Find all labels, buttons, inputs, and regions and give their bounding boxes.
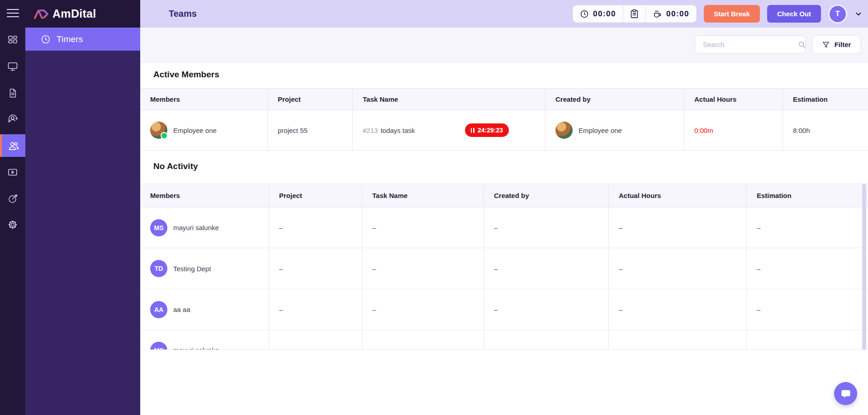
task-name-cell: – (362, 330, 484, 350)
estimation-cell: – (747, 248, 868, 289)
toolbar: Filter (140, 28, 868, 62)
work-timer-value: 00:00 (593, 9, 616, 19)
documents-icon[interactable] (0, 82, 25, 104)
section-title-active-members: Active Members (153, 70, 219, 80)
funnel-icon (822, 41, 830, 49)
coffee-icon (653, 9, 662, 19)
brand-name: AmDital (52, 7, 96, 20)
created-by-cell: – (484, 208, 609, 248)
timer-value: 24:29:23 (478, 127, 503, 134)
task-name-cell: – (362, 248, 484, 289)
active-members-header-row: Members Project Task Name Created by Act… (140, 88, 868, 110)
column-header: Members (140, 88, 268, 110)
estimation-cell: – (747, 330, 868, 350)
actual-hours-cell: – (609, 330, 747, 350)
table-row[interactable]: AAaa aa – – – – – (140, 289, 868, 330)
table-row[interactable]: MSmayuri salunke – – – – – (140, 330, 868, 350)
filter-button[interactable]: Filter (812, 35, 861, 54)
column-header: Estimation (783, 88, 868, 110)
search-box (695, 35, 806, 54)
page-header: Teams 00:00 00:00 Start Break Check Out … (140, 0, 868, 28)
dashboard-icon[interactable] (0, 29, 25, 52)
estimation-cell: – (747, 208, 868, 248)
secondary-sidebar: Timers (25, 0, 140, 415)
task-name-cell: – (362, 208, 484, 248)
task-name-cell: #213todays task (363, 127, 415, 134)
app-root: Timers (0, 0, 868, 415)
clock-icon (580, 9, 589, 19)
hamburger-menu-icon[interactable] (7, 9, 19, 19)
timer-pill: 00:00 00:00 (573, 5, 697, 23)
column-header: Estimation (747, 184, 868, 208)
teams-icon-active[interactable] (0, 134, 25, 157)
chevron-down-icon[interactable] (854, 10, 863, 18)
project-cell: – (269, 248, 362, 289)
creator-photo-avatar (555, 122, 573, 139)
column-header: Task Name (362, 184, 484, 208)
pause-icon (471, 128, 474, 133)
filter-label: Filter (835, 41, 851, 48)
sidebar-item-timers[interactable]: Timers (25, 28, 140, 51)
connections-icon[interactable] (0, 108, 25, 130)
column-header: Members (140, 184, 269, 208)
project-cell: – (269, 289, 362, 330)
member-name: aa aa (173, 306, 190, 313)
task-name-cell: – (362, 289, 484, 330)
start-break-button[interactable]: Start Break (704, 5, 760, 23)
logo-bar: AmDital (0, 0, 140, 28)
no-activity-table: Members Project Task Name Created by Act… (140, 184, 868, 350)
table-row[interactable]: MSmayuri salunke – – – – – (140, 208, 868, 248)
running-timer-badge[interactable]: 24:29:23 (465, 123, 509, 137)
initials-avatar: AA (150, 301, 167, 318)
chat-bubble-icon (840, 388, 852, 400)
column-header: Project (268, 88, 353, 110)
clipboard-icon (630, 9, 639, 19)
column-header: Actual Hours (684, 88, 783, 110)
estimation-cell: – (747, 289, 868, 330)
clock-icon (41, 34, 51, 44)
member-name: Testing Dept (173, 265, 211, 273)
settings-icon[interactable] (0, 213, 25, 236)
work-timer: 00:00 (573, 5, 623, 22)
active-member-row[interactable]: Employee one project 55 #213todays task … (140, 110, 868, 151)
actual-hours-cell: 0:00m (684, 110, 783, 151)
search-input[interactable] (695, 41, 797, 48)
member-photo-avatar (150, 122, 167, 139)
column-header: Created by (545, 88, 684, 110)
table-row[interactable]: TDTesting Dept – – – – – (140, 248, 868, 289)
user-avatar[interactable]: T (828, 5, 847, 24)
chat-widget-button[interactable] (834, 382, 857, 405)
table-scrollbar[interactable] (862, 184, 866, 350)
column-header: Created by (484, 184, 609, 208)
member-name: mayuri salunke (173, 224, 219, 231)
member-name: Employee one (173, 127, 217, 134)
created-by-name: Employee one (579, 127, 622, 134)
initials-avatar: MS (150, 342, 167, 350)
nav-rail (0, 0, 25, 415)
page-title: Teams (169, 9, 197, 19)
column-header: Actual Hours (609, 184, 747, 208)
project-cell: project 55 (268, 110, 353, 151)
brand-mark-icon (33, 8, 49, 20)
created-by-cell: – (484, 289, 609, 330)
estimation-cell: 8:00h (783, 110, 868, 151)
brand-logo[interactable]: AmDital (33, 7, 96, 20)
tasks-segment[interactable] (623, 5, 645, 22)
launch-icon[interactable] (0, 187, 25, 210)
check-out-button[interactable]: Check Out (767, 5, 821, 23)
break-timer-value: 00:00 (666, 9, 689, 19)
recordings-icon[interactable] (0, 161, 25, 184)
no-activity-header-row: Members Project Task Name Created by Act… (140, 184, 868, 208)
created-by-cell: – (484, 330, 609, 350)
actual-hours-cell: – (609, 248, 747, 289)
content-card: Active Members Members Project Task Name… (140, 62, 868, 415)
initials-avatar: MS (150, 219, 167, 236)
search-icon[interactable] (797, 40, 806, 49)
monitor-icon[interactable] (0, 55, 25, 78)
member-name: mayuri salunke (173, 346, 219, 350)
actual-hours-cell: – (609, 208, 747, 248)
project-cell: – (269, 330, 362, 350)
break-timer: 00:00 (645, 5, 696, 22)
actual-hours-cell: – (609, 289, 747, 330)
column-header: Task Name (353, 88, 545, 110)
